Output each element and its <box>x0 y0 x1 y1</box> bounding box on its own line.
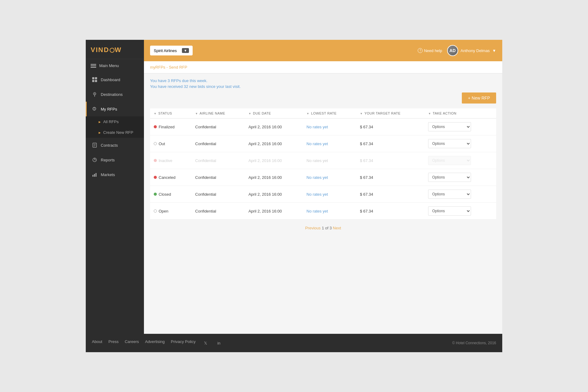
main-content: myRFPs - Send RFP You have 3 RFPs due th… <box>144 61 502 334</box>
svg-rect-3 <box>95 80 97 82</box>
sub-nav-rfps: ► All RFPs ► Create New RFP <box>86 116 144 138</box>
col-airline-name: ▼ AIRLINE NAME <box>191 108 245 119</box>
cell-target-rate-4: $ 67.34 <box>356 186 424 203</box>
cell-status-2: Inactive <box>150 152 191 169</box>
status-label-3: Canceled <box>159 175 175 180</box>
main-area: Spirit Airlines Delta Airlines United Ai… <box>144 40 502 334</box>
twitter-icon[interactable]: 𝕏 <box>202 339 209 347</box>
app-header: Spirit Airlines Delta Airlines United Ai… <box>144 40 502 61</box>
sidebar-item-my-rfps[interactable]: My RFPs <box>86 102 144 116</box>
header-left: Spirit Airlines Delta Airlines United Ai… <box>150 46 193 55</box>
sidebar-item-create-new-rfp[interactable]: ► Create New RFP <box>86 127 144 138</box>
breadcrumb-link[interactable]: myRFPs - Send RFP <box>150 65 187 70</box>
rfps-icon <box>92 106 98 112</box>
footer-copyright: © Hotel Connections, 2016 <box>452 341 496 345</box>
status-dot-0 <box>154 125 157 128</box>
pagination: Previous 1 of 3 Next <box>150 220 496 236</box>
action-select-1[interactable]: Options View Edit Delete <box>428 139 471 148</box>
cell-due-date-1: April 2, 2016 16:00 <box>245 135 303 152</box>
svg-rect-16 <box>94 174 95 177</box>
sidebar-item-markets[interactable]: Markets <box>86 167 144 182</box>
linkedin-icon[interactable]: in <box>215 339 223 347</box>
cell-target-rate-1: $ 67.34 <box>356 135 424 152</box>
cell-target-rate-2: $ 67.34 <box>356 152 424 169</box>
table-row: Inactive Confidential April 2, 2016 16:0… <box>150 152 496 169</box>
cell-status-4: Closed <box>150 186 191 203</box>
sidebar-item-reports[interactable]: Reports <box>86 153 144 167</box>
dropdown-arrow-icon: ▼ <box>182 48 189 53</box>
svg-point-5 <box>94 93 95 94</box>
rfp-table: ▼ STATUS ▼ AIRLINE NAME ▼ DUE DATE ▼ LOW… <box>150 108 496 220</box>
footer-link-advertising[interactable]: Advertising <box>145 339 164 347</box>
sub-nav-label-all-rfps: All RFPs <box>103 119 119 124</box>
action-select-4[interactable]: Options View Edit Delete <box>428 190 471 199</box>
footer-link-press[interactable]: Press <box>108 339 119 347</box>
user-dropdown-icon: ▼ <box>492 48 496 53</box>
cell-status-1: Out <box>150 135 191 152</box>
sort-icon-2: ▼ <box>195 112 198 115</box>
footer-link-privacy[interactable]: Privacy Policy <box>171 339 196 347</box>
sidebar-item-label-markets: Markets <box>101 172 115 177</box>
status-label-2: Inactive <box>159 158 172 163</box>
cell-target-rate-5: $ 67.34 <box>356 203 424 220</box>
status-label-4: Closed <box>159 192 171 197</box>
action-select-2[interactable]: Options View Edit Delete <box>428 156 471 165</box>
sidebar-item-label-destinations: Destinations <box>101 92 123 97</box>
sort-icon-3: ▼ <box>248 112 251 115</box>
cell-action-1: Options View Edit Delete <box>424 135 496 152</box>
new-rfp-button[interactable]: + New RFP <box>462 92 496 104</box>
sub-nav-label-create-rfp: Create New RFP <box>103 130 133 135</box>
sidebar-item-contracts[interactable]: Contracts <box>86 138 144 153</box>
sidebar-nav: Main Menu Dashboard <box>86 59 144 334</box>
help-icon: ? <box>418 48 423 53</box>
reports-icon <box>92 157 98 163</box>
sidebar-item-label-my-rfps: My RFPs <box>101 107 117 111</box>
user-menu[interactable]: AD Anthony Delmas ▼ <box>447 45 496 56</box>
sort-icon: ▼ <box>154 112 156 115</box>
status-label-1: Out <box>159 141 165 146</box>
pagination-next[interactable]: Next <box>333 226 341 230</box>
sidebar-item-dashboard[interactable]: Dashboard <box>86 72 144 87</box>
sidebar-item-all-rfps[interactable]: ► All RFPs <box>86 116 144 127</box>
table-header-row: ▼ STATUS ▼ AIRLINE NAME ▼ DUE DATE ▼ LOW… <box>150 108 496 119</box>
help-link[interactable]: ? Need help <box>418 48 442 53</box>
airline-select[interactable]: Spirit Airlines Delta Airlines United Ai… <box>154 48 179 53</box>
avatar-image: AD <box>448 46 458 55</box>
action-select-0[interactable]: Options View Edit Delete <box>428 122 471 131</box>
footer-link-careers[interactable]: Careers <box>125 339 139 347</box>
status-dot-3 <box>154 176 157 179</box>
status-dot-4 <box>154 193 157 196</box>
status-dot-2 <box>154 159 157 162</box>
main-menu-toggle[interactable]: Main Menu <box>86 59 144 72</box>
sidebar-item-label-dashboard: Dashboard <box>101 77 120 82</box>
sidebar-item-destinations[interactable]: Destinations <box>86 87 144 102</box>
breadcrumb: myRFPs - Send RFP <box>144 61 502 74</box>
logo: VINDW <box>86 40 144 59</box>
header-right: ? Need help AD Anthony Delmas ▼ <box>418 45 496 56</box>
cell-lowest-rate-0: No rates yet <box>303 119 356 135</box>
cell-status-0: Finalized <box>150 119 191 135</box>
svg-rect-15 <box>92 175 93 177</box>
pagination-previous[interactable]: Previous <box>305 226 321 230</box>
cell-due-date-4: April 2, 2016 16:00 <box>245 186 303 203</box>
cell-due-date-0: April 2, 2016 16:00 <box>245 119 303 135</box>
action-select-5[interactable]: Options View Edit Delete <box>428 206 471 216</box>
footer-link-about[interactable]: About <box>92 339 102 347</box>
cell-target-rate-3: $ 67.34 <box>356 169 424 186</box>
sort-icon-4: ▼ <box>307 112 309 115</box>
cell-lowest-rate-1: No rates yet <box>303 135 356 152</box>
cell-action-4: Options View Edit Delete <box>424 186 496 203</box>
logo-text: VINDW <box>91 46 122 54</box>
content-header: + New RFP <box>150 92 496 104</box>
cell-action-3: Options View Edit Delete <box>424 169 496 186</box>
destinations-icon <box>92 91 98 97</box>
action-select-3[interactable]: Options View Edit Delete <box>428 173 471 182</box>
col-target-rate: ▼ YOUR TARGET RATE <box>356 108 424 119</box>
footer-links: About Press Careers Advertising Privacy … <box>92 339 223 347</box>
cell-target-rate-0: $ 67.34 <box>356 119 424 135</box>
airline-selector[interactable]: Spirit Airlines Delta Airlines United Ai… <box>150 46 193 55</box>
sort-icon-6: ▼ <box>428 112 431 115</box>
info-msg-1: You have 3 RFPs due this week. <box>150 78 496 83</box>
main-menu-label: Main Menu <box>99 63 119 68</box>
cell-status-3: Canceled <box>150 169 191 186</box>
